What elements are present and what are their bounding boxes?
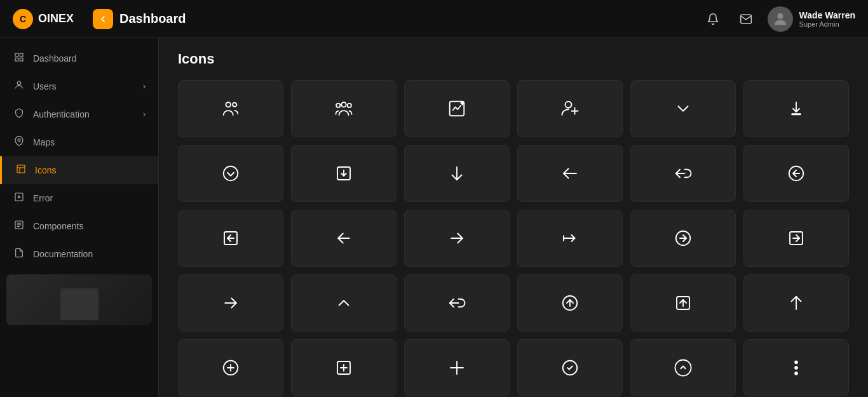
svg-rect-4 [20,58,23,61]
sidebar-item-label: Components [33,221,83,231]
user-role: Super Admin [799,20,855,28]
svg-point-17 [226,102,231,107]
topbar-right: Wade Warren Super Admin [702,6,855,32]
icon-arrow-right[interactable] [178,274,283,332]
svg-point-24 [566,102,572,108]
page-header-title: Dashboard [119,11,186,26]
svg-point-18 [233,103,236,107]
user-info: Wade Warren Super Admin [799,10,855,28]
user-name: Wade Warren [799,10,855,20]
icon-box-download[interactable] [291,145,397,202]
icon-arrow-up-return[interactable] [404,274,510,332]
icon-arrow-left[interactable] [517,145,623,202]
icon-row5-1[interactable] [178,339,283,396]
icon-arrow-down-to-line[interactable] [743,80,849,137]
chevron-right-icon: › [143,110,146,119]
sidebar-item-documentation[interactable]: Documentation [0,240,158,268]
sidebar-item-label: Dashboard [33,53,77,64]
sidebar-thumbnail [6,274,152,325]
documentation-icon [13,248,25,260]
icon-row5-2[interactable] [291,339,397,396]
icon-circle-arrow-right[interactable] [630,210,736,267]
logo-icon: C [13,9,33,29]
sidebar-item-label: Authentication [33,109,90,119]
icon-circle-arrow-up[interactable] [517,274,623,332]
sidebar-item-components[interactable]: Components [0,212,158,240]
error-icon [13,192,25,205]
svg-point-5 [17,81,20,84]
icon-circle-arrow-left[interactable] [743,145,849,202]
main-content: Icons [159,38,868,397]
svg-point-0 [777,13,783,18]
icon-arrow-left-plain[interactable] [291,210,397,267]
sidebar-item-label: Icons [35,165,56,175]
topbar: C OINEX Dashboard Wade Warren Super Admi… [0,0,868,38]
svg-rect-1 [15,53,18,57]
icon-row5-5[interactable] [630,339,736,396]
layout: Dashboard Users › Authentication › Maps [0,38,868,397]
message-button[interactable] [735,8,757,30]
icon-row5-4[interactable] [517,339,623,396]
svg-point-21 [348,104,351,107]
icons-icon [15,164,27,177]
sidebar-item-dashboard[interactable]: Dashboard [0,44,158,72]
logo: C OINEX [13,9,74,29]
svg-rect-3 [15,58,18,61]
sidebar-item-authentication[interactable]: Authentication › [0,100,158,128]
svg-point-29 [224,166,238,181]
sidebar-item-label: Users [33,81,57,91]
components-icon [13,220,25,232]
sidebar-item-label: Documentation [33,249,93,259]
sidebar: Dashboard Users › Authentication › Maps [0,38,159,397]
icon-circle-chevron-down[interactable] [178,145,283,202]
icon-arrow-left-return[interactable] [630,145,736,202]
svg-point-65 [795,372,797,375]
back-button[interactable] [93,9,113,29]
icon-user-plus[interactable] [517,80,623,137]
thumbnail-box [60,288,98,320]
icon-arrow-down[interactable] [404,145,510,202]
svg-point-63 [795,361,797,363]
topbar-title: Dashboard [93,9,186,29]
svg-rect-7 [17,165,25,173]
icon-users[interactable] [178,80,283,137]
icon-box-arrow-up[interactable] [630,274,736,332]
icon-chevron-up[interactable] [291,274,397,332]
notification-button[interactable] [702,8,724,30]
shield-icon [13,108,25,121]
sidebar-item-error[interactable]: Error [0,184,158,212]
svg-point-64 [795,367,797,369]
icons-grid [178,80,849,396]
icon-row5-3[interactable] [404,339,510,396]
icon-chevron-down[interactable] [630,80,736,137]
sidebar-item-icons[interactable]: Icons [0,156,158,184]
svg-point-19 [341,102,346,107]
avatar [768,6,793,32]
sidebar-item-maps[interactable]: Maps [0,128,158,156]
svg-point-20 [336,104,340,107]
icon-users-group[interactable] [291,80,397,137]
sidebar-item-label: Error [33,193,53,203]
icon-arrow-right-plain[interactable] [404,210,510,267]
svg-point-6 [18,139,20,142]
icon-arrow-right-tail[interactable] [517,210,623,267]
chevron-right-icon: › [143,82,146,91]
icon-box-arrow-left[interactable] [178,210,283,267]
icon-row5-6[interactable] [743,339,849,396]
users-icon [13,80,25,93]
page-title: Icons [178,51,849,67]
user-profile[interactable]: Wade Warren Super Admin [768,6,855,32]
sidebar-item-users[interactable]: Users › [0,72,158,100]
logo-text: OINEX [38,12,74,25]
icon-chart-up[interactable] [404,80,510,137]
icon-box-arrow-right[interactable] [743,210,849,267]
dashboard-icon [13,52,25,65]
icon-arrow-up[interactable] [743,274,849,332]
svg-rect-2 [20,53,23,57]
sidebar-item-label: Maps [33,137,55,147]
maps-icon [13,136,25,149]
